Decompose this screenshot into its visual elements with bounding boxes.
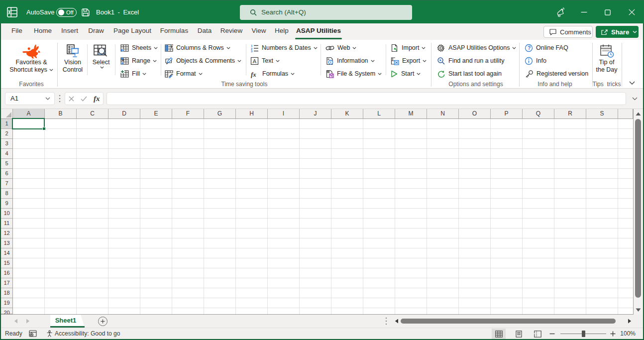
row-header-15[interactable]: 15 [1,258,13,268]
column-header-G[interactable]: G [204,109,236,119]
zoom-level[interactable]: 100% [620,328,636,339]
ribbon-button-text[interactable]: A Text [250,55,280,66]
row-header-7[interactable]: 7 [1,179,13,189]
ribbon-button-find-and-run-a-utility[interactable]: Find and run a utility [437,55,505,66]
column-header-M[interactable]: M [395,109,427,119]
vertical-scrollbar[interactable] [634,109,643,315]
row-header-8[interactable]: 8 [1,189,13,199]
tab-insert[interactable]: Insert [61,23,78,38]
row-header-12[interactable]: 12 [1,228,13,238]
ribbon-button-import[interactable]: Import [390,42,426,53]
tab-asap-utilities[interactable]: ASAP Utilities [296,23,341,38]
tab-help[interactable]: Help [275,23,289,38]
row-header-11[interactable]: 11 [1,219,13,228]
column-header-F[interactable]: F [172,109,204,119]
row-header-17[interactable]: 17 [1,278,13,288]
page-break-preview-button[interactable] [531,329,544,339]
enter-icon[interactable] [81,96,87,102]
row-header-19[interactable]: 19 [1,298,13,308]
save-icon[interactable] [81,8,90,19]
row-header-20[interactable]: 20 [1,308,13,314]
select-all-button[interactable] [1,109,13,119]
formula-bar-expand-icon[interactable] [629,95,640,103]
sheet-tab-sheet1[interactable]: Sheet1 [50,315,85,328]
ribbon-button-columns-rows[interactable]: Columns & Rows [165,42,230,53]
row-header-3[interactable]: 3 [1,139,13,149]
hscroll-left-icon[interactable] [395,319,399,324]
column-header-N[interactable]: N [427,109,459,119]
tab-home[interactable]: Home [34,23,52,38]
ribbon-button-fill[interactable]: Fill [120,68,146,79]
horizontal-scrollbar-thumb[interactable] [401,319,616,324]
row-header-9[interactable]: 9 [1,199,13,209]
ribbon-button-asap-utilities-options[interactable]: ASAP Utilities Options [437,42,516,53]
column-header-K[interactable]: K [331,109,363,119]
zoom-out-icon[interactable] [549,328,555,339]
column-header-J[interactable]: J [300,109,331,119]
cells-area[interactable] [13,119,633,315]
ribbon-button-web[interactable]: Web [325,42,356,53]
column-header-Q[interactable]: Q [523,109,554,119]
column-header-P[interactable]: P [491,109,523,119]
accessibility-status[interactable]: Accessibility: Good to go [55,328,120,339]
column-header-partial[interactable] [618,109,633,119]
ribbon-button-formulas[interactable]: fx Formulas [250,68,295,79]
tab-file[interactable]: File [11,23,22,38]
maximize-icon[interactable] [597,0,618,24]
tab-page-layout[interactable]: Page Layout [113,23,151,38]
row-header-13[interactable]: 13 [1,238,13,248]
close-icon[interactable] [621,0,642,24]
autosave-toggle[interactable]: Off [56,8,77,17]
ribbon-button-info[interactable]: Info [525,55,546,66]
row-header-16[interactable]: 16 [1,268,13,278]
tab-draw[interactable]: Draw [88,23,104,38]
fill-handle[interactable] [42,127,46,130]
column-header-E[interactable]: E [140,109,172,119]
column-header-R[interactable]: R [554,109,586,119]
column-header-A[interactable]: A [13,109,45,119]
ribbon-button-format[interactable]: Format [165,68,203,79]
tabbar-splitter-icon[interactable] [385,317,387,325]
row-header-4[interactable]: 4 [1,149,13,159]
ribbon-button-start[interactable]: Start [390,68,421,79]
column-header-O[interactable]: O [459,109,491,119]
column-header-C[interactable]: C [77,109,108,119]
minimize-icon[interactable] [573,0,594,24]
scroll-down-icon[interactable] [636,308,641,312]
active-cell-selection[interactable] [12,118,45,129]
tab-view[interactable]: View [251,23,266,38]
collapse-ribbon-icon[interactable] [626,78,638,88]
cancel-icon[interactable] [69,96,74,102]
new-sheet-button[interactable] [98,317,107,326]
column-header-I[interactable]: I [268,109,300,119]
sheet-nav-left-icon[interactable] [14,319,18,324]
page-layout-view-button[interactable] [512,329,526,339]
ribbon-button-registered-version[interactable]: Registered version [525,68,588,79]
column-header-L[interactable]: L [363,109,395,119]
ribbon-button-export[interactable]: Export [390,55,427,66]
comments-button[interactable]: Comments [543,26,593,38]
ribbon-button-file-system[interactable]: File & System [325,68,382,79]
name-box[interactable]: A1 [5,92,55,105]
status-mode[interactable]: Ready [5,328,22,339]
sheet-nav-right-icon[interactable] [26,319,30,324]
row-header-5[interactable]: 5 [1,159,13,169]
zoom-slider-thumb[interactable] [582,331,585,337]
search-box[interactable]: Search (Alt+Q) [240,5,412,20]
hscroll-right-icon[interactable] [628,319,632,324]
megaphone-icon[interactable] [550,0,571,24]
formula-bar-grip-icon[interactable] [59,95,61,105]
row-header-2[interactable]: 2 [1,129,13,139]
formula-input[interactable] [107,92,626,105]
column-header-S[interactable]: S [586,109,618,119]
ribbon-button-sheets[interactable]: Sheets [120,42,158,53]
normal-view-button[interactable] [492,329,506,339]
macro-record-icon[interactable] [29,328,37,339]
ribbon-button-information[interactable]: Information [325,55,375,66]
scroll-up-icon[interactable] [636,112,641,116]
ribbon-button-online-faq[interactable]: ? Online FAQ [525,42,568,53]
ribbon-button-numbers-dates[interactable]: 1 2 3 Numbers & Dates [250,42,318,53]
insert-function-icon[interactable]: fx [94,95,100,103]
share-button[interactable]: Share [596,26,639,38]
tab-data[interactable]: Data [198,23,212,38]
